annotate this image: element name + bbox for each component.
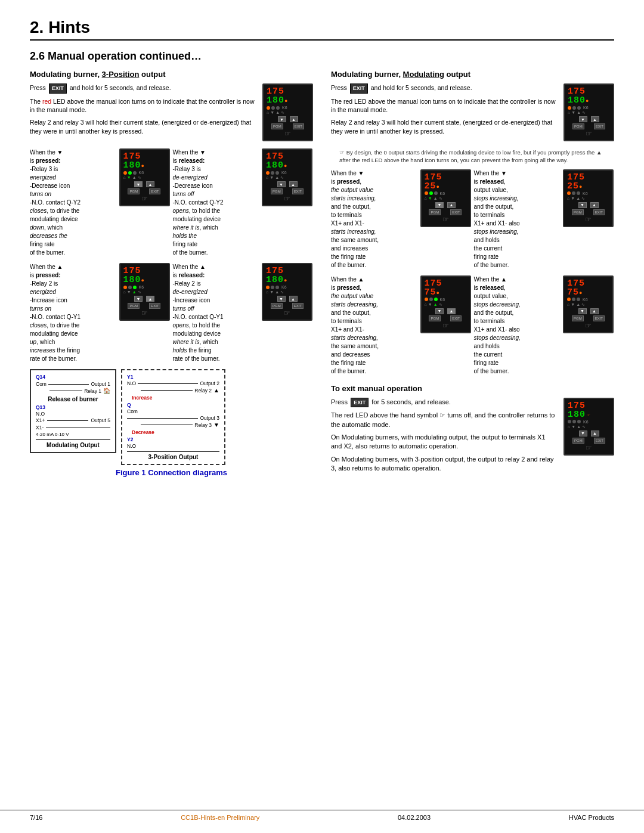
y1-label: Y1 bbox=[127, 374, 133, 380]
ctrl-ri-red: 175 bbox=[568, 87, 610, 96]
r-up-release-ctrl-wrap: 175 75● K6 ⌂ ▼ ▲ ∿ bbox=[563, 275, 614, 333]
ctrl-ex-dn[interactable]: ▼ bbox=[579, 431, 587, 436]
ctrl-ex-up[interactable]: ▲ bbox=[591, 431, 599, 436]
relay2-line bbox=[141, 390, 193, 391]
pgm-up[interactable]: PGM bbox=[128, 303, 140, 309]
ctrl-dp-arrows: ▼ ▲ bbox=[123, 181, 166, 187]
down-press-line5: -N.O. contact Q-Y2 bbox=[30, 199, 80, 206]
r-dp-line2: starts increasing, bbox=[331, 195, 376, 202]
ctrl-dr-down[interactable]: ▼ bbox=[277, 181, 286, 187]
ctrl-dr-green: 180● bbox=[266, 161, 308, 170]
ctrl-ur-dn[interactable]: ▼ bbox=[277, 296, 286, 302]
r-dr-line7: and holds bbox=[474, 237, 500, 243]
ctrl-dp-up[interactable]: ▲ bbox=[146, 181, 154, 187]
down-release-ctrl-wrap: 175 180● K6 ⌂ ▼ ▲ ∿ bbox=[262, 148, 313, 206]
left-intro-p2: The red LED above the manual icon turns … bbox=[30, 97, 256, 114]
exit-dp[interactable]: EXIT bbox=[149, 188, 160, 194]
icon-wave-rdp: ∿ bbox=[439, 196, 442, 201]
exit-rdr[interactable]: EXIT bbox=[593, 209, 605, 215]
left-intro-block: Press EXIT and hold for 5 seconds, and r… bbox=[30, 83, 313, 141]
down-press-sub: is pressed: bbox=[30, 157, 61, 164]
ctrl-ri-dn[interactable]: ▼ bbox=[579, 116, 587, 122]
exit-ri[interactable]: EXIT bbox=[594, 123, 605, 129]
icon-down-ur: ▼ bbox=[270, 290, 274, 295]
ctrl-rdr-up[interactable]: ▲ bbox=[590, 202, 599, 208]
pgm-rdr[interactable]: PGM bbox=[572, 209, 584, 215]
ctrl-ri-up[interactable]: ▲ bbox=[591, 116, 599, 122]
ctrl-r-up-press: 175 75● K6 ⌂ ▼ ▲ ∿ bbox=[420, 275, 471, 333]
ctrl-up-release: 175 180● K6 ⌂ ▼ ▲ ∿ bbox=[262, 263, 312, 321]
ctrl-ur-up[interactable]: ▲ bbox=[289, 296, 298, 302]
ctrl-rur-dn[interactable]: ▼ bbox=[578, 308, 587, 314]
led-ex-1 bbox=[568, 420, 571, 423]
exit-rdp[interactable]: EXIT bbox=[450, 209, 462, 215]
ur-line4: turns off bbox=[173, 305, 194, 312]
icon-wave-rdr: ∿ bbox=[581, 196, 585, 201]
pgm-rup[interactable]: PGM bbox=[429, 315, 441, 321]
exit-btn-exit: EXIT bbox=[351, 398, 369, 408]
note-box: ☞ By design, the 0 output starts driving… bbox=[331, 148, 614, 165]
relay2-label: Relay 2 bbox=[194, 388, 212, 394]
hand-rdr: ☞ bbox=[567, 215, 609, 224]
exit-rup[interactable]: EXIT bbox=[450, 315, 462, 321]
r-up-line4: to terminals bbox=[331, 318, 362, 324]
relay3-row: Relay 3 ▼ bbox=[127, 422, 219, 428]
exit-up[interactable]: EXIT bbox=[149, 303, 160, 309]
ctrl-up-dn-btn[interactable]: ▼ bbox=[134, 296, 143, 302]
right-intro-block: Press EXIT and hold for 5 seconds, and r… bbox=[331, 83, 614, 141]
exit-rur[interactable]: EXIT bbox=[593, 315, 605, 321]
ctrl-rup-up[interactable]: ▲ bbox=[447, 308, 456, 314]
pgm-ri[interactable]: PGM bbox=[572, 123, 584, 129]
page-footer: 7/16 CC1B-Hints-en Preliminary 04.02.200… bbox=[0, 810, 644, 821]
pgm-btn[interactable]: PGM bbox=[271, 123, 283, 129]
ctrl-up-arrow[interactable]: ▲ bbox=[290, 116, 298, 122]
r-up-press-text: When the ▲ is pressed, the output value … bbox=[331, 275, 418, 376]
ctrl-dp-green: 180● bbox=[123, 161, 166, 170]
pgm-rdp[interactable]: PGM bbox=[429, 209, 441, 215]
pgm-ur[interactable]: PGM bbox=[271, 303, 283, 309]
ur-line6b: , to hold the bbox=[189, 322, 220, 329]
led-rur-3 bbox=[577, 298, 580, 301]
output3-label: Output 3 bbox=[200, 415, 219, 421]
r-ur-heading: When the ▲ bbox=[474, 276, 507, 283]
r-ur-line4: to terminals bbox=[474, 318, 505, 324]
exit-ex[interactable]: EXIT bbox=[594, 438, 605, 444]
ctrl-rup-bot: 75● bbox=[425, 288, 467, 297]
hand-ri: ☞ bbox=[568, 129, 610, 138]
ctrl-dr-up[interactable]: ▲ bbox=[289, 181, 298, 187]
exit-ur[interactable]: EXIT bbox=[292, 303, 304, 309]
led-rur-2 bbox=[572, 298, 575, 301]
ctrl-rdp-up[interactable]: ▲ bbox=[447, 202, 456, 208]
ctrl-rur-icons: ⌂ ▼ ▲ ∿ bbox=[567, 302, 609, 307]
ctrl-dp-down[interactable]: ▼ bbox=[134, 181, 143, 187]
led-ex-2 bbox=[572, 420, 576, 423]
k6-up: K6 bbox=[139, 285, 144, 289]
exit-dr[interactable]: EXIT bbox=[292, 188, 304, 194]
up-line1: -Relay 2 is bbox=[30, 280, 58, 287]
pgm-ex[interactable]: PGM bbox=[572, 438, 584, 444]
ctrl-ex-icons: ⌂ ▼ ▲ ∿ bbox=[568, 425, 610, 429]
ctrl-rdr-dn[interactable]: ▼ bbox=[578, 202, 587, 208]
ctrl-rur-up[interactable]: ▲ bbox=[590, 308, 599, 314]
exit-section-text: Press EXIT for 5 seconds, and release. T… bbox=[331, 398, 558, 477]
ctrl-down-arrow[interactable]: ▼ bbox=[278, 116, 286, 122]
ur-line6: opens bbox=[173, 322, 189, 329]
led-rdr-1 bbox=[567, 191, 571, 195]
ctrl-up-up-btn[interactable]: ▲ bbox=[146, 296, 154, 302]
pgm-rur[interactable]: PGM bbox=[572, 315, 584, 321]
hand-up: ☞ bbox=[123, 309, 166, 317]
exit-btn-ctrl[interactable]: EXIT bbox=[293, 123, 304, 129]
q13-row: Q13 bbox=[36, 404, 110, 410]
pgm-dr[interactable]: PGM bbox=[271, 188, 283, 194]
down-press-line8: down bbox=[30, 224, 44, 231]
exit-section-block: Press EXIT for 5 seconds, and release. T… bbox=[331, 398, 614, 477]
r-dr-line2: stops increasing, bbox=[474, 195, 519, 202]
icon-house-rdp: ⌂ bbox=[425, 196, 427, 201]
relay3-label: Relay 3 bbox=[194, 422, 212, 428]
x1plus-row: X1+ Output 5 bbox=[36, 417, 110, 423]
output3-line bbox=[127, 418, 198, 419]
ctrl-rup-dn[interactable]: ▼ bbox=[435, 308, 444, 314]
pgm-dp[interactable]: PGM bbox=[128, 188, 140, 194]
ctrl-rdp-dn[interactable]: ▼ bbox=[435, 202, 444, 208]
down-press-heading: When the ▼ bbox=[30, 149, 63, 156]
